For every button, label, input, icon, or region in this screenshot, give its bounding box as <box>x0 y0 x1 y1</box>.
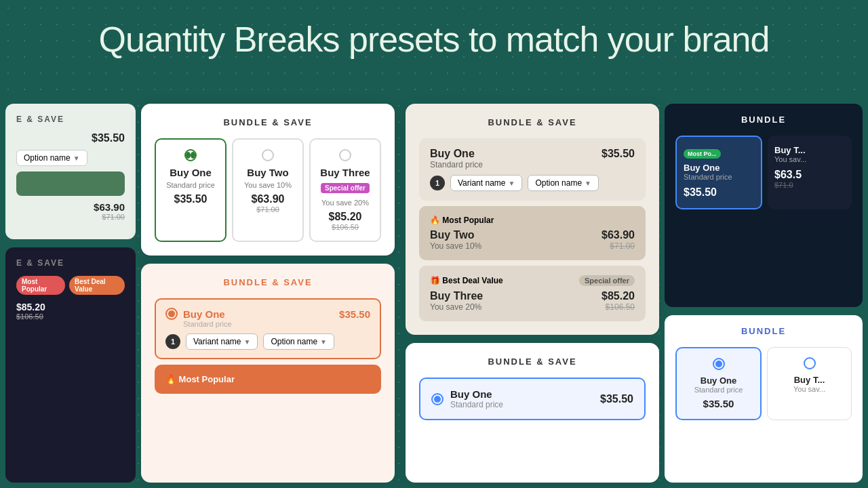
bundle-title-beige: BUNDLE & SAVE <box>419 117 646 127</box>
row3-label: 🎁 Best Deal Value Special offer <box>430 275 635 286</box>
orange-sub: Standard price <box>183 320 370 328</box>
dark-col-2[interactable]: Buy T... You sav... $63.5 $71.0 <box>768 136 852 209</box>
partial-dark-price3: $85.20 <box>16 302 45 312</box>
variant-row-orange: 1 Variant name ▼ Option name ▼ <box>165 333 370 350</box>
card-left-partial: E & SAVE $35.50 Option name ▼ $63.90 $71… <box>0 98 136 488</box>
white-col2-sub: You sav... <box>774 385 844 393</box>
bundle-row-2[interactable]: 🔥 Most Popular Buy Two You save 10% $63.… <box>419 206 646 260</box>
partial-dark-orig: $106.50 <box>16 312 45 321</box>
white-col1-price: $35.50 <box>684 398 753 409</box>
white-bottom-sub: Standard price <box>450 400 503 409</box>
row3-price: $85.20 <box>601 290 635 302</box>
row2-price: $63.90 <box>601 229 635 241</box>
orange-radio <box>165 308 178 320</box>
white-cols: Buy One Standard price $35.50 Buy T... Y… <box>675 347 852 420</box>
dark-col1-title: Buy One <box>684 163 754 173</box>
white-bottom-row-1[interactable]: Buy One Standard price $35.50 <box>419 378 646 420</box>
bundle-row-3[interactable]: 🎁 Best Deal Value Special offer Buy Thre… <box>419 266 646 321</box>
variant-row-beige: 1 Variant name ▼ Option name ▼ <box>430 175 635 191</box>
bundle-card-white-top: BUNDLE & SAVE Buy One Standard price $35… <box>141 104 395 256</box>
dark-col-1[interactable]: Most Po... Buy One Standard price $35.50 <box>675 136 762 209</box>
option-card-3[interactable]: Buy Three Special offer You save 20% $85… <box>309 138 381 242</box>
opt3-title: Buy Three <box>317 167 373 178</box>
card-partial-bottom-dark: E & SAVE Most Popular Best Deal Value $8… <box>5 247 136 483</box>
opt1-title: Buy One <box>163 167 218 178</box>
options-row: Buy One Standard price $35.50 Buy Two Yo… <box>155 138 381 242</box>
option-dropdown-left[interactable]: Option name ▼ <box>16 150 87 166</box>
row1-title: Buy One <box>430 148 483 160</box>
opt1-price: $35.50 <box>163 193 218 205</box>
white-col-1[interactable]: Buy One Standard price $35.50 <box>675 347 762 420</box>
option-card-2[interactable]: Buy Two You save 10% $63.90 $71.00 <box>232 138 304 242</box>
bundle-title-dark-right: BUNDLE <box>675 115 852 125</box>
partial-price-2: $63.90 $71.00 <box>16 201 125 221</box>
popular-banner-label: 🔥 Most Popular <box>165 374 370 384</box>
popular-banner-orange: 🔥 Most Popular <box>155 365 381 394</box>
white-bottom-price: $35.50 <box>600 393 633 405</box>
page-title: Quantity Breaks presets to match your br… <box>0 0 868 73</box>
white-col1-title: Buy One <box>684 375 753 386</box>
bundle-card-orange: BUNDLE & SAVE Buy One $35.50 Standard pr… <box>141 264 395 483</box>
white-col-2[interactable]: Buy T... You sav... <box>767 347 852 420</box>
opt2-sub: You save 10% <box>240 181 296 189</box>
opt2-title: Buy Two <box>240 167 296 178</box>
orange-selected-row[interactable]: Buy One $35.50 Standard price 1 Variant … <box>155 298 381 359</box>
card-center-left: BUNDLE & SAVE Buy One Standard price $35… <box>136 98 400 488</box>
opt3-price: $85.20 <box>317 211 373 223</box>
white-col1-sub: Standard price <box>684 386 753 394</box>
bundle-title-white-top: BUNDLE & SAVE <box>155 117 381 127</box>
row2-title: Buy Two <box>430 229 481 241</box>
bundle-title-orange: BUNDLE & SAVE <box>155 277 381 287</box>
radio-3 <box>339 149 351 161</box>
dark-col2-price: $63.5 <box>774 169 845 181</box>
dark-cols: Most Po... Buy One Standard price $35.50… <box>675 136 852 209</box>
partial-price-1: $35.50 <box>16 132 125 144</box>
opt2-orig: $71.00 <box>240 205 296 214</box>
row1-price: $35.50 <box>601 148 635 160</box>
row3-orig: $106.50 <box>601 302 635 312</box>
card-right-dark: BUNDLE Most Po... Buy One Standard price… <box>665 104 863 307</box>
most-popular-tag-dark: Most Po... <box>684 149 721 159</box>
opt1-sub: Standard price <box>163 181 218 189</box>
row2-sub: You save 10% <box>430 241 481 251</box>
deal-badge-dark: Best Deal Value <box>69 276 125 295</box>
special-badge: Special offer <box>321 183 370 193</box>
bundle-title-white-bottom: BUNDLE & SAVE <box>419 357 646 367</box>
row2-orig: $71.00 <box>601 241 635 251</box>
bundle-title-blue-right: BUNDLE <box>675 326 852 336</box>
opt3-sub: You save 20% <box>317 199 373 207</box>
bundle-row-1[interactable]: Buy One Standard price $35.50 1 Variant … <box>419 138 646 201</box>
row2-label: 🔥 Most Popular <box>430 216 635 225</box>
opt3-orig: $106.50 <box>317 223 373 231</box>
popular-badge-dark: Most Popular <box>16 276 65 295</box>
partial-green-row <box>16 171 125 196</box>
partial-bundle-title-dark: E & SAVE <box>16 258 125 268</box>
blue-radio-1 <box>431 393 443 405</box>
radio-2 <box>262 149 274 161</box>
card-partial-top: E & SAVE $35.50 Option name ▼ $63.90 $71… <box>5 104 136 239</box>
dark-col2-sub: You sav... <box>774 155 845 163</box>
blue-radio-white-1 <box>713 358 725 370</box>
row3-title: Buy Three <box>430 290 483 302</box>
option-dropdown-orange[interactable]: Option name ▼ <box>263 333 334 350</box>
variant-num-beige: 1 <box>430 176 445 190</box>
variant-num-orange: 1 <box>165 334 180 349</box>
card-right-partial: BUNDLE Most Po... Buy One Standard price… <box>665 98 868 488</box>
orange-buy-title: Buy One <box>183 308 225 320</box>
partial-bundle-title-left: E & SAVE <box>16 115 125 124</box>
opt2-price: $63.90 <box>240 193 296 205</box>
row1-sub: Standard price <box>430 160 483 169</box>
dark-col2-orig: $71.0 <box>774 181 845 189</box>
card-right-white: BUNDLE Buy One Standard price $35.50 Buy… <box>665 315 863 483</box>
option-card-1[interactable]: Buy One Standard price $35.50 <box>155 138 226 242</box>
dark-col1-sub: Standard price <box>684 173 754 181</box>
variant-dropdown-orange[interactable]: Variant name ▼ <box>186 333 258 350</box>
variant-dropdown-beige[interactable]: Variant name ▼ <box>450 175 522 191</box>
white-bottom-title: Buy One <box>450 388 503 400</box>
card-center-right: BUNDLE & SAVE Buy One Standard price $35… <box>400 98 665 488</box>
special-offer-tag: Special offer <box>579 275 635 286</box>
row3-sub: You save 20% <box>430 302 483 312</box>
option-dropdown-beige[interactable]: Option name ▼ <box>528 175 599 191</box>
bundle-card-beige: BUNDLE & SAVE Buy One Standard price $35… <box>406 104 659 335</box>
white-col2-title: Buy T... <box>774 375 844 385</box>
